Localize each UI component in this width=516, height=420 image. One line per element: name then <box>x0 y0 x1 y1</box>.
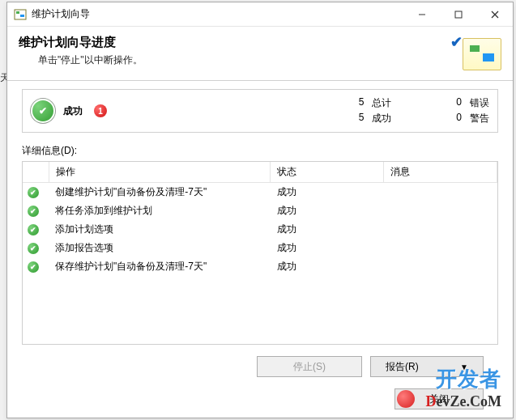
app-icon <box>14 8 27 21</box>
row-action: 将任务添加到维护计划 <box>49 202 271 220</box>
table-row[interactable]: ✔添加计划选项成功 <box>23 220 497 239</box>
close-window-button[interactable] <box>476 2 513 27</box>
row-action: 添加计划选项 <box>49 220 271 239</box>
detail-table: 操作 状态 消息 ✔创建维护计划"自动备份及清理-7天"成功✔将任务添加到维护计… <box>23 162 497 276</box>
success-label: 成功 <box>372 112 391 125</box>
svg-rect-1 <box>16 11 19 14</box>
status-badge: 1 <box>94 104 107 117</box>
page-subtitle: 单击"停止"以中断操作。 <box>38 53 456 67</box>
close-button[interactable]: 关闭 <box>394 388 484 409</box>
success-icon: ✔ <box>31 99 55 123</box>
maximize-button[interactable] <box>440 2 476 27</box>
table-row[interactable]: ✔添加报告选项成功 <box>23 239 497 257</box>
page-title: 维护计划向导进度 <box>19 35 456 50</box>
row-message <box>384 220 497 239</box>
table-row[interactable]: ✔创建维护计划"自动备份及清理-7天"成功 <box>23 183 497 202</box>
row-success-icon: ✔ <box>28 206 39 217</box>
summary-panel: ✔ 成功 1 5 总计 0 错误 5 成功 0 警告 <box>22 89 498 133</box>
row-status: 成功 <box>271 183 384 202</box>
success-count: 5 <box>359 112 365 125</box>
warning-count: 0 <box>456 112 462 125</box>
row-success-icon: ✔ <box>28 243 39 254</box>
close-icon <box>491 11 499 19</box>
row-message <box>384 202 497 220</box>
total-count: 5 <box>359 96 365 110</box>
report-button-label: 报告(R) <box>386 360 419 374</box>
maximize-icon <box>454 11 463 19</box>
svg-rect-2 <box>20 15 24 17</box>
row-action: 保存维护计划"自动备份及清理-7天" <box>49 257 271 276</box>
col-status-header[interactable]: 状态 <box>271 162 384 183</box>
report-button[interactable]: 报告(R) ▼ <box>370 356 484 377</box>
warning-label: 警告 <box>470 112 489 125</box>
row-success-icon: ✔ <box>28 261 39 273</box>
row-message <box>384 239 497 257</box>
row-status: 成功 <box>271 239 384 257</box>
error-count: 0 <box>456 96 462 110</box>
error-label: 错误 <box>470 96 489 110</box>
plan-icon <box>463 38 501 70</box>
button-row-1: 停止(S) 报告(R) ▼ <box>22 345 498 388</box>
wizard-header: 维护计划向导进度 单击"停止"以中断操作。 ✔ <box>7 27 513 81</box>
row-success-icon: ✔ <box>28 187 39 198</box>
row-status: 成功 <box>271 202 384 220</box>
status-label: 成功 <box>63 104 83 118</box>
svg-rect-4 <box>455 11 462 18</box>
summary-stats: 5 总计 0 错误 5 成功 0 警告 <box>359 96 489 125</box>
row-action: 添加报告选项 <box>49 239 271 257</box>
col-action-header[interactable]: 操作 <box>49 162 271 183</box>
table-row[interactable]: ✔将任务添加到维护计划成功 <box>23 202 497 220</box>
row-action: 创建维护计划"自动备份及清理-7天" <box>49 183 271 202</box>
minimize-icon <box>418 11 426 19</box>
detail-label: 详细信息(D): <box>22 144 498 158</box>
row-status: 成功 <box>271 257 384 276</box>
col-icon-header[interactable] <box>23 162 49 183</box>
col-message-header[interactable]: 消息 <box>384 162 497 183</box>
header-graphic: ✔ <box>456 33 501 72</box>
minimize-button[interactable] <box>403 2 440 27</box>
row-success-icon: ✔ <box>28 224 39 235</box>
window-title: 维护计划向导 <box>32 7 403 21</box>
row-message <box>384 257 497 276</box>
titlebar: 维护计划向导 <box>7 2 513 27</box>
table-row[interactable]: ✔保存维护计划"自动备份及清理-7天"成功 <box>23 257 497 276</box>
chevron-down-icon: ▼ <box>460 363 468 371</box>
button-row-2: 关闭 <box>22 388 498 418</box>
detail-table-container[interactable]: 操作 状态 消息 ✔创建维护计划"自动备份及清理-7天"成功✔将任务添加到维护计… <box>22 161 498 345</box>
row-message <box>384 183 497 202</box>
checkmark-icon: ✔ <box>450 33 463 51</box>
stop-button: 停止(S) <box>257 356 362 377</box>
row-status: 成功 <box>271 220 384 239</box>
total-label: 总计 <box>372 96 391 110</box>
wizard-window: 维护计划向导 维护计划向导进度 单击"停止"以中断操作。 ✔ ✔ 成功 1 5 <box>6 2 514 418</box>
